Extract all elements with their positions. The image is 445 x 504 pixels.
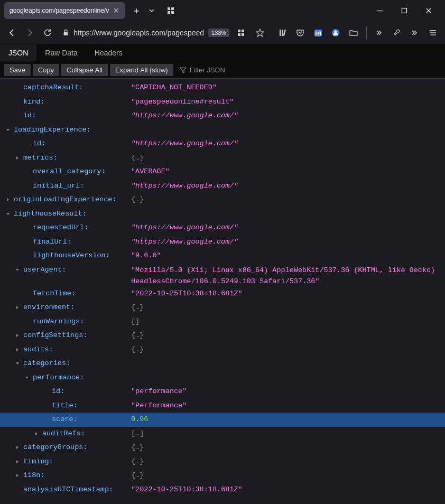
- json-row[interactable]: title:"Performance": [0, 399, 445, 413]
- expand-all-button[interactable]: Expand All (slow): [110, 64, 173, 76]
- svg-rect-10: [242, 33, 244, 36]
- close-window-button[interactable]: [416, 2, 441, 19]
- zoom-badge[interactable]: 133%: [208, 29, 229, 37]
- tab-raw-data[interactable]: Raw Data: [36, 44, 86, 61]
- url-bar[interactable]: https://www.googleapis.com/pagespeed 133…: [58, 24, 272, 41]
- minimize-button[interactable]: [368, 2, 392, 19]
- copy-button[interactable]: Copy: [33, 64, 59, 76]
- json-row[interactable]: overall_category:"AVERAGE": [0, 165, 445, 179]
- json-row[interactable]: lighthouseVersion:"9.6.6": [0, 249, 445, 263]
- devtools-icon[interactable]: [391, 25, 404, 40]
- json-key: i18n: [23, 469, 40, 483]
- new-tab-button[interactable]: ＋: [129, 3, 144, 18]
- chevron-right-icon[interactable]: [14, 333, 21, 338]
- json-value: "Mozilla/5.0 (X11; Linux x86_64) AppleWe…: [131, 263, 438, 287]
- maximize-button[interactable]: [392, 2, 416, 19]
- json-value: 0.96: [131, 413, 148, 427]
- json-value: "pagespeedonline#result": [131, 95, 234, 109]
- json-row[interactable]: environment:{…}: [0, 301, 445, 315]
- json-row[interactable]: audits:{…}: [0, 343, 445, 357]
- json-row[interactable]: runWarnings:[]: [0, 315, 445, 329]
- json-key: finalUrl: [33, 235, 67, 249]
- json-value: []: [131, 315, 140, 329]
- svg-text:31: 31: [316, 32, 320, 35]
- json-row[interactable]: categoryGroups:{…}: [0, 441, 445, 455]
- chevron-down-icon[interactable]: [23, 375, 31, 380]
- chevron-right-icon[interactable]: [14, 155, 21, 161]
- tab-json[interactable]: JSON: [0, 44, 36, 61]
- json-key: kind: [23, 95, 40, 109]
- chevron-right-icon[interactable]: [14, 445, 21, 450]
- json-row[interactable]: lighthouseResult:: [0, 207, 445, 221]
- json-row[interactable]: id:"https://www.google.com/": [0, 137, 445, 151]
- json-row[interactable]: timing:{…}: [0, 455, 445, 469]
- json-row[interactable]: loadingExperience:: [0, 123, 445, 137]
- json-value: "AVERAGE": [131, 165, 170, 179]
- grid-icon[interactable]: [163, 7, 179, 14]
- json-row[interactable]: analysisUTCTimestamp:"2022-10-25T10:38:1…: [0, 483, 445, 497]
- json-value: […]: [131, 427, 144, 441]
- svg-rect-5: [402, 8, 407, 13]
- json-row[interactable]: finalUrl:"https://www.google.com/": [0, 235, 445, 249]
- menu-icon[interactable]: [427, 25, 440, 40]
- json-row[interactable]: originLoadingExperience:{…}: [0, 193, 445, 207]
- save-button[interactable]: Save: [4, 64, 31, 76]
- json-value: "9.6.6": [131, 249, 161, 263]
- tabs-dropdown-icon[interactable]: [144, 7, 160, 14]
- chevron-down-icon[interactable]: [4, 211, 12, 217]
- chevron-right-icon[interactable]: [4, 197, 12, 202]
- tab-headers[interactable]: Headers: [86, 44, 131, 61]
- json-key: timing: [23, 455, 49, 469]
- lock-icon: [62, 29, 69, 36]
- overflow-icon[interactable]: [373, 25, 386, 40]
- browser-tab[interactable]: googleapis.com/pagespeedonline/v ✕: [4, 2, 125, 19]
- chevron-down-icon[interactable]: [4, 127, 12, 133]
- json-key: configSettings: [23, 329, 83, 343]
- back-button[interactable]: [5, 25, 18, 40]
- close-tab-icon[interactable]: ✕: [113, 6, 119, 15]
- json-row[interactable]: configSettings:{…}: [0, 329, 445, 343]
- chevron-right-icon[interactable]: [14, 459, 21, 464]
- json-row[interactable]: id:"https://www.google.com/": [0, 109, 445, 123]
- tab-title: googleapis.com/pagespeedonline/v: [10, 7, 109, 14]
- json-row[interactable]: categories:: [0, 357, 445, 371]
- reader-icon[interactable]: [234, 25, 248, 40]
- json-viewer[interactable]: captchaResult:"CAPTCHA_NOT_NEEDED"kind:"…: [0, 79, 445, 499]
- json-row[interactable]: performance:: [0, 371, 445, 385]
- pocket-icon[interactable]: [294, 25, 307, 40]
- json-row[interactable]: requestedUrl:"https://www.google.com/": [0, 221, 445, 235]
- chevron-right-icon[interactable]: [14, 347, 21, 352]
- json-row[interactable]: userAgent:"Mozilla/5.0 (X11; Linux x86_6…: [0, 263, 445, 287]
- chevron-right-icon[interactable]: [14, 305, 21, 310]
- json-value: "performance": [131, 385, 187, 399]
- chevron-right-icon[interactable]: [14, 473, 21, 478]
- json-row[interactable]: score:0.96: [0, 413, 445, 427]
- chevron-down-icon[interactable]: [14, 267, 21, 273]
- toolbar-separator: [366, 26, 367, 39]
- json-row[interactable]: kind:"pagespeedonline#result": [0, 95, 445, 109]
- account-icon[interactable]: [329, 25, 342, 40]
- json-value: {…}: [131, 469, 144, 483]
- reload-button[interactable]: [41, 25, 54, 40]
- json-row[interactable]: fetchTime:"2022-10-25T10:38:18.681Z": [0, 287, 445, 301]
- chevron-right-icon[interactable]: [33, 431, 40, 436]
- json-value: "https://www.google.com/": [131, 109, 238, 123]
- calendar-icon[interactable]: 31: [311, 25, 325, 40]
- json-key: lighthouseResult: [14, 207, 82, 221]
- forward-button[interactable]: [23, 25, 36, 40]
- json-row[interactable]: auditRefs:[…]: [0, 427, 445, 441]
- json-value: {…}: [131, 151, 144, 165]
- json-row[interactable]: initial_url:"https://www.google.com/": [0, 179, 445, 193]
- svg-rect-3: [171, 11, 174, 14]
- json-row[interactable]: captchaResult:"CAPTCHA_NOT_NEEDED": [0, 81, 445, 95]
- folder-icon[interactable]: [347, 25, 360, 40]
- json-row[interactable]: i18n:{…}: [0, 469, 445, 483]
- json-row[interactable]: id:"performance": [0, 385, 445, 399]
- chevron-down-icon[interactable]: [14, 361, 21, 366]
- filter-input[interactable]: Filter JSON: [175, 64, 229, 76]
- collapse-all-button[interactable]: Collapse All: [61, 64, 108, 76]
- json-row[interactable]: metrics:{…}: [0, 151, 445, 165]
- star-icon[interactable]: [253, 25, 267, 40]
- more-icon[interactable]: [409, 25, 422, 40]
- library-icon[interactable]: [276, 25, 289, 40]
